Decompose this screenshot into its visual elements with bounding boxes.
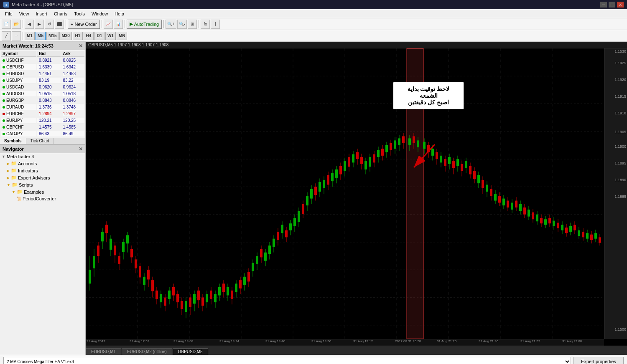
market-watch-header: Market Watch: 16:24:53 ✕ <box>0 42 85 50</box>
chart-tabs: EURUSD,M1 EURUSD,M2 (offline) GBPUSD,M5 <box>86 346 627 355</box>
menu-view[interactable]: View <box>16 10 33 17</box>
nav-period-converter[interactable]: 📜 PeriodConverter <box>0 195 85 202</box>
market-watch-row[interactable]: GBPCHF 1.4575 1.4585 <box>1 124 84 130</box>
stop-button[interactable]: ⬛ <box>55 20 64 29</box>
time-label-7: 31 Aug 19:12 <box>353 339 373 343</box>
chart-header-text: GBPUSD,M5 1.1907 1.1908 1.1907 1.1908 <box>88 43 168 47</box>
svg-rect-22 <box>93 256 95 268</box>
svg-rect-233 <box>536 215 538 222</box>
navigator-panel: Navigator ✕ ▼ MetaTrader 4 ▶ 📁 Accounts … <box>0 145 85 355</box>
time-label-6: 31 Aug 18:56 <box>311 339 331 343</box>
tf-w1[interactable]: W1 <box>105 32 116 40</box>
new-file-button[interactable]: 📄 <box>2 20 11 29</box>
maximize-button[interactable]: □ <box>609 2 615 8</box>
menu-charts[interactable]: Charts <box>51 10 71 17</box>
market-watch-row[interactable]: GBPUSD 1.6339 1.6342 <box>1 64 84 70</box>
annotation-line2: اصبح كل دقيقتين <box>398 99 459 106</box>
time-highlight: 2017.08.31 20:58 <box>395 339 421 343</box>
tf-m1[interactable]: M1 <box>25 32 35 40</box>
ea-selector[interactable]: 2 MA Crosses Mega filter EA V1.ex4 <box>3 357 571 364</box>
period-sep-button[interactable]: | <box>211 20 220 29</box>
svg-rect-158 <box>377 150 380 157</box>
market-watch-row[interactable]: EURUSD 1.4451 1.4453 <box>1 71 84 77</box>
line-tool[interactable]: ╱ <box>2 31 11 40</box>
market-watch-close[interactable]: ✕ <box>79 43 83 49</box>
nav-indicators[interactable]: ▶ 📁 Indicators <box>0 167 85 174</box>
chart-bar-button[interactable]: 📊 <box>114 20 123 29</box>
chart-tab-gbpusd-m5[interactable]: GBPUSD,M5 <box>173 348 208 355</box>
chart-canvas[interactable]: 1.1530 1.1925 1.1920 1.1915 1.1910 1.190… <box>86 48 627 346</box>
indicator-button[interactable]: fx <box>201 20 210 29</box>
zoom-out-button[interactable]: 🔍- <box>177 20 187 29</box>
time-axis: 21 Aug 2017 31 Aug 17:52 31 Aug 18:08 31… <box>86 339 604 346</box>
tf-m30[interactable]: M30 <box>59 32 71 40</box>
menu-insert[interactable]: Insert <box>32 10 51 17</box>
market-watch-row[interactable]: EURJPY 120.21 120.25 <box>1 118 84 124</box>
svg-rect-243 <box>557 223 559 228</box>
svg-rect-199 <box>465 161 467 168</box>
chart-area[interactable]: GBPUSD,M5 1.1907 1.1908 1.1907 1.1908 <box>86 42 627 355</box>
back-button[interactable]: ◀ <box>25 20 34 29</box>
chart-line-button[interactable]: 📈 <box>104 20 113 29</box>
minimize-button[interactable]: ─ <box>600 2 607 8</box>
market-watch-row[interactable]: CADJPY 86.43 86.49 <box>1 131 84 137</box>
tf-m5[interactable]: M5 <box>36 32 46 40</box>
chart-window-button[interactable]: ⊞ <box>188 20 197 29</box>
market-watch-table: Symbol Bid Ask USDCHF 0.8921 0.8925 GBPU… <box>0 50 85 138</box>
market-watch-row[interactable]: EURAUD 1.3736 1.3748 <box>1 104 84 110</box>
tf-h4[interactable]: H4 <box>84 32 94 40</box>
open-file-button[interactable]: 📂 <box>12 20 21 29</box>
nav-scripts[interactable]: ▼ 📁 Scripts <box>0 181 85 188</box>
market-watch-row[interactable]: EURCHF 1.2894 1.2897 <box>1 111 84 117</box>
navigator-close[interactable]: ✕ <box>79 146 83 152</box>
svg-rect-203 <box>473 171 476 179</box>
svg-rect-76 <box>206 294 208 302</box>
nav-examples[interactable]: ▼ 📁 Examples <box>0 188 85 195</box>
forward-button[interactable]: ▶ <box>35 20 44 29</box>
menu-tools[interactable]: Tools <box>71 10 88 17</box>
annotation-line1: لاحظ توقيت بداية الشمعه <box>398 86 459 99</box>
menu-file[interactable]: File <box>2 10 16 17</box>
toolbar-timeframes: ╱ → M1 M5 M15 M30 H1 H4 D1 W1 MN <box>0 30 627 42</box>
market-watch-row[interactable]: USDCAD 0.9620 0.9624 <box>1 84 84 90</box>
svg-rect-110 <box>277 232 279 240</box>
zoom-in-button[interactable]: 🔍+ <box>166 20 176 29</box>
tf-m15[interactable]: M15 <box>46 32 59 40</box>
svg-rect-62 <box>176 294 179 302</box>
svg-rect-251 <box>573 225 576 230</box>
chart-tab-eurusd-m1[interactable]: EURUSD,M1 <box>86 348 121 355</box>
menu-help[interactable]: Help <box>111 10 127 17</box>
menu-window[interactable]: Window <box>88 10 111 17</box>
tf-h1[interactable]: H1 <box>73 32 83 40</box>
nav-accounts[interactable]: ▶ 📁 Accounts <box>0 160 85 167</box>
market-watch-row[interactable]: EURGBP 0.8843 0.8846 <box>1 98 84 104</box>
svg-rect-193 <box>452 161 455 168</box>
nav-expert-advisors[interactable]: ▶ 📁 Expert Advisors <box>0 174 85 181</box>
svg-rect-90 <box>235 283 237 292</box>
market-watch-row[interactable]: AUDUSD 1.0515 1.0518 <box>1 91 84 97</box>
new-order-button[interactable]: + New Order <box>68 20 100 29</box>
time-label-2: 31 Aug 17:52 <box>130 339 149 343</box>
tf-mn[interactable]: MN <box>117 32 127 40</box>
expert-properties-button[interactable]: Expert properties <box>573 357 624 364</box>
refresh-button[interactable]: ↺ <box>45 20 54 29</box>
svg-rect-168 <box>398 138 400 145</box>
time-label-9: 31 Aug 21:20 <box>437 339 456 343</box>
close-button[interactable]: ✕ <box>617 2 624 8</box>
tab-symbols[interactable]: Symbols <box>0 138 26 144</box>
svg-rect-100 <box>256 256 258 264</box>
tf-d1[interactable]: D1 <box>94 32 104 40</box>
svg-rect-259 <box>590 235 593 240</box>
market-watch-row[interactable]: USDCHF 0.8921 0.8925 <box>1 58 84 63</box>
chart-tab-eurusd-m2[interactable]: EURUSD,M2 (offline) <box>122 348 172 355</box>
tab-tick-chart[interactable]: Tick Chart <box>26 138 54 144</box>
nav-metatrader4[interactable]: ▼ MetaTrader 4 <box>0 153 85 160</box>
arrow-tool[interactable]: → <box>12 31 21 40</box>
navigator-title: Navigator <box>3 147 24 152</box>
svg-rect-70 <box>193 294 196 303</box>
expand-icon: ▼ <box>2 154 5 159</box>
separator-5 <box>163 20 164 28</box>
svg-rect-68 <box>189 298 191 307</box>
autotrading-button[interactable]: ▶ AutoTrading <box>127 20 162 29</box>
market-watch-row[interactable]: USDJPY 83.19 83.22 <box>1 78 84 83</box>
